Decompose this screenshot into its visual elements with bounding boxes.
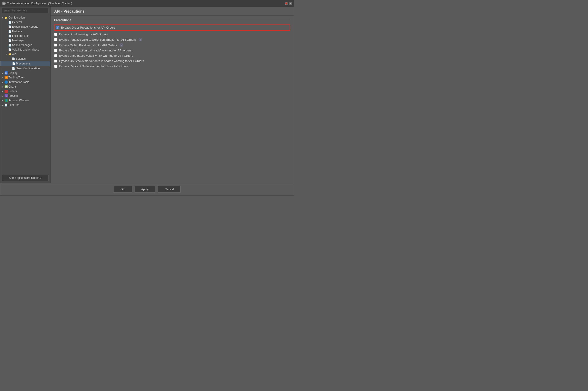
spacer [8, 67, 11, 70]
sidebar-item-label: Sound Manager [12, 43, 32, 47]
sidebar-item-volatility-analytics[interactable]: 📄 Volatility and Analytics [0, 47, 50, 52]
toggle-icon: ▶ [1, 72, 4, 74]
bypass-price-volatility-label: Bypass price-based volatility risk warni… [59, 54, 133, 57]
checkbox-row-bypass-order: Bypass Order Precautions for API Orders [54, 24, 290, 31]
ok-button[interactable]: OK [114, 186, 132, 193]
sidebar-item-news-configuration[interactable]: 📄 News Configuration [0, 66, 50, 71]
sidebar-item-trading-tools[interactable]: ▶ ⚡ Trading Tools [0, 75, 50, 80]
spacer [5, 21, 7, 23]
cancel-button[interactable]: Cancel [158, 186, 180, 193]
toggle-icon: ▶ [1, 99, 4, 102]
checkbox-row-bypass-price-volatility: Bypass price-based volatility risk warni… [54, 54, 290, 57]
sidebar-item-api-precautions[interactable]: 📄 Precautions [0, 61, 50, 66]
sidebar-item-api[interactable]: ▼ 📁 API [0, 52, 50, 56]
sidebar-item-information-tools[interactable]: ▶ i Information Tools [0, 80, 50, 84]
toggle-icon: ▶ [1, 90, 4, 93]
sidebar: ▼ 📁 Configuration 📄 General 📄 Export Tra… [0, 7, 51, 183]
sidebar-item-label: Configuration [8, 16, 25, 19]
pin-button[interactable]: 📌 [285, 2, 288, 5]
main-window: ◉ Trader Workstation Configuration (Simu… [0, 0, 294, 196]
info-tools-icon: i [4, 80, 8, 84]
bypass-redirect-label: Bypass Redirect Order warning for Stock … [59, 65, 128, 68]
title-bar: ◉ Trader Workstation Configuration (Simu… [0, 0, 294, 7]
bypass-price-volatility-checkbox[interactable] [54, 54, 57, 57]
page-icon: 📄 [12, 57, 15, 61]
toggle-icon: ▼ [1, 16, 4, 19]
bypass-same-action-checkbox[interactable] [54, 49, 57, 52]
sidebar-item-label: Volatility and Analytics [12, 48, 39, 51]
sidebar-item-label: API [12, 53, 16, 56]
app-icon: ◉ [2, 1, 6, 5]
sidebar-item-account-window[interactable]: ▶ 👤 Account Window [0, 98, 50, 103]
spacer [5, 39, 7, 42]
sidebar-item-api-settings[interactable]: 📄 Settings [0, 56, 50, 61]
toggle-icon: ▼ [5, 53, 7, 56]
bypass-called-bond-label: Bypass Called Bond warning for API Order… [59, 43, 117, 47]
sidebar-item-label: Settings [16, 57, 26, 60]
sidebar-item-configuration[interactable]: ▼ 📁 Configuration [0, 15, 50, 20]
trading-tools-icon: ⚡ [4, 76, 8, 79]
sidebar-item-label: Features [8, 103, 19, 106]
filter-input[interactable] [2, 8, 48, 13]
sidebar-item-label: News Configuration [16, 67, 40, 70]
charts-icon: 📊 [4, 85, 8, 89]
title-bar-controls: 📌 ✕ [285, 2, 292, 5]
checkbox-row-bypass-us-stocks: Bypass US Stocks market data in shares w… [54, 59, 290, 63]
footer: OK Apply Cancel [0, 183, 294, 195]
sidebar-item-export-trade-reports[interactable]: 📄 Export Trade Reports [0, 24, 50, 29]
sidebar-item-label: Lock and Exit [12, 34, 29, 37]
sidebar-item-general[interactable]: 📄 General [0, 20, 50, 24]
sidebar-item-orders[interactable]: ▶ ✦ Orders [0, 89, 50, 94]
sidebar-item-label: Export Trade Reports [12, 25, 38, 28]
checkbox-row-bypass-called-bond: Bypass Called Bond warning for API Order… [54, 43, 290, 47]
content-body: Precautions Bypass Order Precautions for… [51, 15, 294, 183]
bypass-same-action-label: Bypass "same action pair trade" warning … [59, 49, 132, 52]
apply-button[interactable]: Apply [135, 186, 156, 193]
section-header: Precautions [54, 18, 290, 22]
sidebar-item-messages[interactable]: 📄 Messages [0, 38, 50, 43]
bypass-negative-yield-checkbox[interactable] [54, 38, 57, 41]
sidebar-item-label: Precautions [16, 62, 30, 65]
bypass-called-bond-checkbox[interactable] [54, 43, 57, 47]
sidebar-item-label: Charts [8, 85, 16, 88]
tree: ▼ 📁 Configuration 📄 General 📄 Export Tra… [0, 14, 50, 173]
bypass-order-label: Bypass Order Precautions for API Orders [61, 26, 115, 29]
sidebar-item-label: Hotkeys [12, 30, 22, 33]
display-icon: ⊞ [4, 71, 8, 75]
bypass-us-stocks-checkbox[interactable] [54, 59, 57, 63]
checkbox-row-bypass-redirect: Bypass Redirect Order warning for Stock … [54, 65, 290, 68]
bypass-bond-checkbox[interactable] [54, 33, 57, 36]
sidebar-item-label: Trading Tools [8, 76, 25, 79]
sidebar-bottom: Some options are hidden... [0, 173, 50, 183]
hidden-options-button[interactable]: Some options are hidden... [2, 175, 48, 181]
title-bar-left: ◉ Trader Workstation Configuration (Simu… [2, 1, 72, 5]
sidebar-item-hotkeys[interactable]: 📄 Hotkeys [0, 29, 50, 34]
account-icon: 👤 [4, 98, 8, 102]
page-icon: 📄 [12, 62, 15, 65]
page-icon: 📄 [8, 39, 12, 42]
page-icon: 📄 [12, 67, 15, 70]
bypass-redirect-checkbox[interactable] [54, 65, 57, 68]
presets-icon: ★ [4, 94, 8, 98]
bypass-negative-yield-label: Bypass negative yield to worst confirmat… [59, 38, 136, 41]
page-icon: 📄 [8, 25, 12, 29]
sidebar-item-charts[interactable]: ▶ 📊 Charts [0, 84, 50, 89]
bypass-us-stocks-label: Bypass US Stocks market data in shares w… [59, 59, 144, 63]
sidebar-item-label: Presets [8, 94, 18, 98]
help-icon[interactable]: ? [139, 38, 142, 41]
bypass-order-checkbox[interactable] [56, 26, 59, 29]
spacer [8, 57, 11, 60]
sidebar-item-display[interactable]: ▶ ⊞ Display [0, 71, 50, 75]
page-icon: 📄 [8, 20, 12, 24]
help-icon-2[interactable]: ? [120, 43, 123, 47]
content-title: API - Precautions [54, 9, 84, 13]
sidebar-item-sound-manager[interactable]: 📄 Sound Manager [0, 43, 50, 47]
sidebar-item-presets[interactable]: ▶ ★ Presets [0, 94, 50, 98]
checkbox-row-bypass-negative-yield: Bypass negative yield to worst confirmat… [54, 38, 290, 41]
sidebar-item-label: Information Tools [8, 81, 29, 84]
sidebar-item-lock-and-exit[interactable]: 📄 Lock and Exit [0, 34, 50, 38]
close-button[interactable]: ✕ [289, 2, 292, 5]
spacer [5, 48, 7, 51]
sidebar-item-features[interactable]: ▶ 📄 Features [0, 103, 50, 107]
content-panel: API - Precautions Precautions Bypass Ord… [51, 7, 294, 183]
